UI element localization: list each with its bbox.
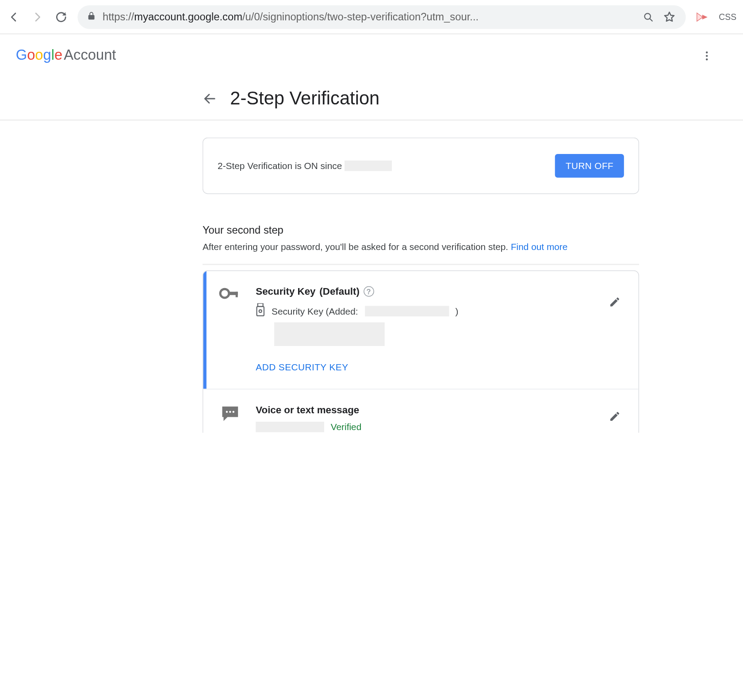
find-out-more-link[interactable]: Find out more	[511, 242, 567, 252]
svg-rect-8	[258, 303, 263, 306]
page-title: 2-Step Verification	[230, 88, 379, 109]
google-account-header: Google Account	[0, 34, 743, 76]
svg-point-12	[229, 411, 231, 412]
css-extension-label[interactable]: CSS	[719, 10, 736, 24]
svg-point-5	[220, 289, 229, 298]
omnibox-search-icon[interactable]	[641, 10, 656, 24]
security-key-title-text: Security Key	[256, 285, 315, 296]
edit-phone-1-button[interactable]	[607, 409, 623, 425]
google-logo: Google	[16, 47, 63, 64]
page-title-row: 2-Step Verification	[0, 76, 743, 119]
added-suffix: )	[456, 306, 459, 316]
usb-key-icon	[256, 303, 265, 318]
second-step-desc-text: After entering your password, you'll be …	[203, 242, 511, 252]
voice-text-panel: Voice or text message Verified Verificat…	[203, 389, 638, 433]
svg-point-3	[706, 55, 708, 57]
page-back-icon[interactable]	[203, 92, 217, 106]
redacted-date	[345, 161, 392, 171]
redacted-key-name	[274, 322, 385, 346]
help-icon[interactable]: ?	[364, 286, 374, 296]
arrow-to-field-1	[154, 427, 246, 433]
verified-label-1: Verified	[331, 422, 361, 432]
scaled-stage: https://myaccount.google.com/u/0/signino…	[0, 0, 743, 433]
svg-point-10	[259, 310, 262, 312]
status-card: 2-Step Verification is ON since TURN OFF	[203, 138, 639, 194]
section-rule	[203, 264, 639, 265]
browser-toolbar: https://myaccount.google.com/u/0/signino…	[0, 0, 743, 34]
methods-card: Security Key (Default) ? Security Key (A…	[203, 270, 639, 433]
default-label: (Default)	[319, 285, 359, 296]
account-word: Account	[64, 47, 116, 64]
content-column: 2-Step Verification is ON since TURN OFF…	[203, 138, 639, 433]
svg-point-2	[706, 51, 708, 53]
extension-play-icon[interactable]	[695, 10, 710, 24]
phone-row-1: Verified	[256, 422, 623, 432]
svg-rect-9	[257, 307, 264, 316]
security-key-panel: Security Key (Default) ? Security Key (A…	[203, 271, 638, 389]
redacted-key-date	[364, 306, 448, 316]
second-step-heading: Your second step After entering your pas…	[203, 224, 639, 252]
reload-icon[interactable]	[54, 10, 69, 24]
nav-back-icon[interactable]	[7, 10, 21, 24]
key-icon	[219, 285, 241, 373]
header-divider	[0, 120, 743, 120]
svg-point-11	[226, 411, 228, 412]
edit-security-key-button[interactable]	[607, 295, 623, 311]
security-key-row: Security Key (Added: )	[256, 303, 623, 318]
added-prefix: Security Key (Added:	[272, 306, 358, 316]
nav-forward-icon	[30, 10, 45, 24]
url-text: https://myaccount.google.com/u/0/signino…	[103, 11, 635, 23]
svg-rect-7	[236, 292, 238, 297]
second-step-desc: After entering your password, you'll be …	[203, 242, 639, 252]
bookmark-star-icon[interactable]	[663, 10, 677, 24]
status-prefix: 2-Step Verification is ON since	[218, 161, 342, 171]
svg-line-1	[650, 18, 653, 21]
lock-icon	[87, 11, 96, 23]
redacted-phone-1	[256, 422, 324, 432]
turn-off-button[interactable]: TURN OFF	[555, 154, 624, 178]
voice-text-title: Voice or text message	[256, 404, 623, 415]
add-security-key-button[interactable]: ADD SECURITY KEY	[256, 362, 348, 373]
status-text: 2-Step Verification is ON since	[218, 161, 392, 171]
second-step-title: Your second step	[203, 224, 639, 236]
svg-point-13	[233, 411, 234, 412]
more-options-icon[interactable]	[700, 49, 714, 63]
svg-point-4	[706, 58, 708, 60]
security-key-title: Security Key (Default) ?	[256, 285, 623, 296]
address-bar[interactable]: https://myaccount.google.com/u/0/signino…	[77, 5, 686, 29]
